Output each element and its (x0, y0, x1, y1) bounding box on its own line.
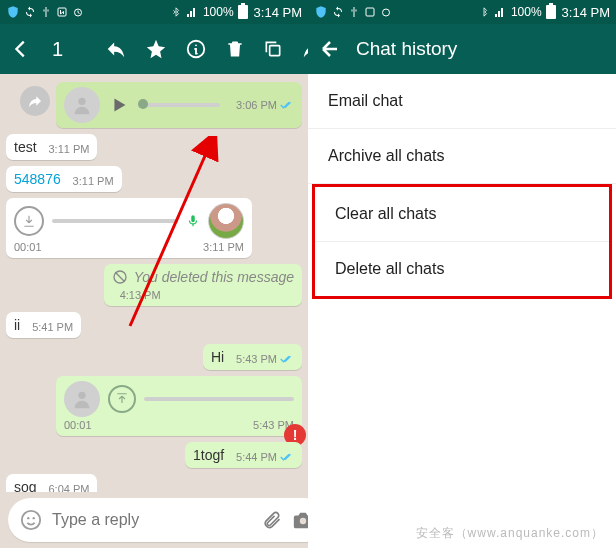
status-left-icons (6, 5, 84, 19)
msg-text: ii (14, 317, 20, 333)
input-bar (0, 492, 308, 548)
msg-text: sog (14, 479, 37, 492)
nfc-icon (56, 6, 68, 18)
info-icon[interactable] (185, 38, 207, 60)
nfc-icon (364, 6, 376, 18)
emoji-icon[interactable] (20, 509, 42, 531)
play-icon[interactable] (108, 94, 130, 116)
battery-text: 100% (203, 5, 234, 19)
msg-time: 3:06 PM (236, 99, 277, 111)
alarm-icon (380, 6, 392, 18)
selection-actionbar: 1 (0, 24, 308, 74)
msg-time: 4:13 PM (120, 289, 161, 301)
clock-text: 3:14 PM (562, 5, 610, 20)
item-delete-chats[interactable]: Delete all chats (315, 242, 609, 296)
msg-time: 3:11 PM (73, 175, 114, 187)
page-title: Chat history (356, 38, 457, 60)
msg-test[interactable]: test 3:11 PM (6, 134, 302, 160)
avatar-image (208, 203, 244, 239)
avatar-icon (64, 87, 100, 123)
forward-badge-icon (20, 86, 50, 116)
msg-voice2[interactable]: 00:01 3:11 PM (6, 198, 302, 258)
msg-voice3[interactable]: 00:01 5:43 PM ! (6, 376, 302, 436)
delete-icon[interactable] (225, 38, 245, 60)
status-right-icons: 100% 3:14 PM (479, 5, 610, 20)
msg-voice1[interactable]: 3:06 PM (6, 82, 302, 128)
deleted-text: You deleted this message (134, 269, 294, 285)
item-clear-chats[interactable]: Clear all chats (315, 187, 609, 242)
usb-icon (348, 6, 360, 18)
svg-point-7 (78, 392, 85, 399)
svg-point-5 (78, 98, 85, 105)
camera-icon[interactable] (292, 509, 308, 531)
msg-text: test (14, 139, 37, 155)
msg-time: 6:04 PM (48, 483, 89, 492)
appbar: Chat history (308, 24, 616, 74)
settings-list: Email chat Archive all chats Clear all c… (308, 74, 616, 548)
usb-icon (40, 6, 52, 18)
msg-time: 3:11 PM (203, 241, 244, 253)
item-email-chat[interactable]: Email chat (308, 74, 616, 129)
back-icon[interactable] (318, 37, 342, 61)
svg-point-9 (27, 517, 29, 519)
mic-icon (186, 214, 200, 228)
bluetooth-icon (171, 6, 181, 18)
selection-count: 1 (52, 38, 63, 61)
reply-field[interactable] (8, 498, 308, 542)
annotation-highlight: Clear all chats Delete all chats (312, 184, 612, 299)
waveform[interactable] (138, 103, 220, 107)
svg-rect-12 (366, 8, 374, 16)
svg-point-8 (22, 511, 40, 529)
watermark: 安全客（www.anquanke.com） (416, 525, 604, 542)
read-ticks-icon (280, 100, 294, 110)
battery-icon (238, 5, 248, 19)
battery-icon (546, 5, 556, 19)
msg-text: 1togf (193, 447, 224, 463)
copy-icon[interactable] (263, 39, 283, 59)
msg-link-text[interactable]: 548876 (14, 171, 61, 187)
voice-duration: 00:01 (64, 419, 92, 431)
svg-point-10 (33, 517, 35, 519)
msg-ii[interactable]: ii 5:41 PM (6, 312, 302, 338)
msg-time: 5:44 PM (236, 451, 277, 463)
clock-text: 3:14 PM (254, 5, 302, 20)
signal-icon (493, 6, 507, 18)
shield-icon (314, 5, 328, 19)
svg-rect-3 (270, 46, 280, 56)
svg-point-11 (300, 518, 306, 524)
status-right-icons: 100% 3:14 PM (171, 5, 302, 20)
star-icon[interactable] (145, 38, 167, 60)
download-icon[interactable] (14, 206, 44, 236)
sync-icon (332, 6, 344, 18)
blocked-icon (112, 269, 128, 285)
waveform[interactable] (52, 219, 178, 223)
reply-icon[interactable] (105, 38, 127, 60)
upload-icon[interactable] (108, 385, 136, 413)
svg-rect-0 (58, 8, 66, 16)
item-archive-chats[interactable]: Archive all chats (308, 129, 616, 184)
msg-link[interactable]: 548876 3:11 PM (6, 166, 302, 192)
msg-deleted[interactable]: You deleted this message 4:13 PM (6, 264, 302, 306)
alarm-icon (72, 6, 84, 18)
read-ticks-icon (280, 452, 294, 462)
attach-icon[interactable] (262, 510, 282, 530)
chat-area: 3:06 PM test 3:11 PM 548876 3:11 PM (0, 74, 308, 492)
waveform[interactable] (144, 397, 294, 401)
svg-point-13 (383, 9, 390, 16)
msg-hi[interactable]: Hi 5:43 PM (6, 344, 302, 370)
voice-duration: 00:01 (14, 241, 42, 253)
msg-time: 5:43 PM (236, 353, 277, 365)
back-icon[interactable] (10, 38, 32, 60)
status-bar: 100% 3:14 PM (308, 0, 616, 24)
status-bar: 100% 3:14 PM (0, 0, 308, 24)
msg-sog[interactable]: sog 6:04 PM (6, 474, 302, 492)
avatar-icon (64, 381, 100, 417)
status-left-icons (314, 5, 392, 19)
shield-icon (6, 5, 20, 19)
phone-right: 100% 3:14 PM Chat history Email chat Arc… (308, 0, 616, 548)
msg-time: 5:41 PM (32, 321, 73, 333)
signal-icon (185, 6, 199, 18)
forward-icon[interactable] (301, 38, 308, 60)
reply-input[interactable] (52, 511, 252, 529)
msg-togf[interactable]: 1togf 5:44 PM (6, 442, 302, 468)
